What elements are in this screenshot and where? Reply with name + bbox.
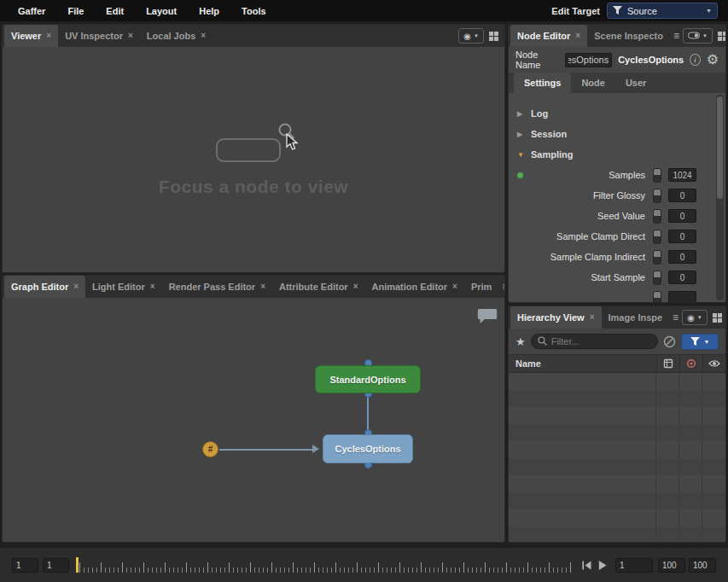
tab-prim-truncated[interactable]: Prim xyxy=(464,276,498,298)
current-frame-marker[interactable] xyxy=(76,557,79,573)
tab-uv-inspector[interactable]: UV Inspector × xyxy=(58,25,140,47)
graph-canvas[interactable]: StandardOptions CyclesOptions # xyxy=(3,298,504,543)
play-icon[interactable] xyxy=(595,560,610,571)
param-value-field[interactable]: 0 xyxy=(668,271,696,284)
table-row[interactable] xyxy=(509,441,725,458)
filter-input[interactable] xyxy=(551,336,651,346)
info-icon[interactable]: i xyxy=(690,54,700,66)
tab-settings[interactable]: Settings xyxy=(514,73,571,93)
param-enable-switch[interactable] xyxy=(653,209,661,224)
dot-connection[interactable] xyxy=(219,449,313,451)
close-icon[interactable]: × xyxy=(46,32,51,40)
param-enable-switch[interactable] xyxy=(653,271,661,285)
node-connection[interactable] xyxy=(367,393,369,434)
param-enable-switch[interactable] xyxy=(653,189,661,203)
close-icon[interactable]: × xyxy=(353,282,358,291)
param-value-field[interactable] xyxy=(668,291,696,303)
vertical-scrollbar[interactable] xyxy=(716,95,724,300)
layout-grid-icon[interactable] xyxy=(712,312,723,323)
table-row[interactable] xyxy=(509,527,725,543)
layout-grid-icon[interactable] xyxy=(488,31,499,42)
tab-light-editor[interactable]: Light Editor × xyxy=(85,276,162,298)
table-row[interactable] xyxy=(509,492,725,509)
dot-node[interactable]: # xyxy=(202,441,218,457)
tab-menu-icon[interactable]: ≡ xyxy=(670,25,683,47)
menu-help[interactable]: Help xyxy=(188,0,230,21)
close-icon[interactable]: × xyxy=(575,32,580,40)
close-icon[interactable]: × xyxy=(260,282,265,291)
frame-start-field[interactable] xyxy=(12,558,38,573)
close-icon[interactable]: × xyxy=(73,282,79,291)
tab-animation-editor[interactable]: Animation Editor × xyxy=(364,276,463,298)
panel-focus-menu-button[interactable]: ◉ ▼ xyxy=(458,28,484,44)
section-log[interactable]: ▶ Log xyxy=(509,103,725,124)
frame-number-field[interactable] xyxy=(615,558,653,573)
param-enable-switch[interactable] xyxy=(653,250,661,265)
close-icon[interactable]: × xyxy=(128,32,133,40)
clear-filter-icon[interactable] xyxy=(663,335,676,348)
menu-tools[interactable]: Tools xyxy=(230,0,277,21)
node-name-input[interactable] xyxy=(565,53,612,67)
column-visibility[interactable] xyxy=(702,355,725,372)
close-icon[interactable]: × xyxy=(150,282,155,291)
node-cyclesoptions[interactable]: CyclesOptions xyxy=(323,434,413,463)
skip-to-start-icon[interactable] xyxy=(579,560,595,571)
param-enable-switch[interactable] xyxy=(653,291,661,304)
param-value-field[interactable]: 1024 xyxy=(668,168,696,182)
table-row[interactable] xyxy=(509,458,725,475)
table-row[interactable] xyxy=(509,407,725,424)
tab-menu-icon[interactable]: ≡ xyxy=(669,306,682,329)
table-row[interactable] xyxy=(509,475,725,492)
layout-grid-icon[interactable] xyxy=(717,31,726,42)
tab-viewer[interactable]: Viewer × xyxy=(4,25,58,47)
playback-end-field[interactable] xyxy=(689,558,716,573)
param-enable-switch[interactable] xyxy=(653,230,661,244)
section-sampling[interactable]: ▼ Sampling xyxy=(509,144,725,165)
tab-attribute-editor[interactable]: Attribute Editor × xyxy=(272,276,365,298)
menu-layout[interactable]: Layout xyxy=(135,0,188,21)
section-session[interactable]: ▶ Session xyxy=(509,124,725,144)
param-value-field[interactable]: 0 xyxy=(668,209,696,223)
edit-target-dropdown[interactable]: Source ▼ xyxy=(607,3,718,19)
range-end-field[interactable] xyxy=(658,558,685,573)
tab-node[interactable]: Node xyxy=(571,73,615,93)
node-standardoptions[interactable]: StandardOptions xyxy=(315,365,421,393)
menu-edit[interactable]: Edit xyxy=(95,0,135,21)
table-row[interactable] xyxy=(509,509,725,527)
param-enable-switch[interactable] xyxy=(653,168,661,183)
param-value-field[interactable]: 0 xyxy=(668,230,696,243)
table-row[interactable] xyxy=(509,390,725,407)
frame-ruler[interactable] xyxy=(79,557,574,573)
tab-node-editor[interactable]: Node Editor × xyxy=(510,25,587,47)
menu-file[interactable]: File xyxy=(56,0,95,21)
menu-gaffer[interactable]: Gaffer xyxy=(7,0,56,21)
panel-focus-menu-button[interactable]: ◉ ▼ xyxy=(682,310,708,325)
tab-image-inspector[interactable]: Image Inspe xyxy=(602,306,670,329)
annotation-bubble-icon[interactable] xyxy=(477,308,498,328)
param-value-field[interactable]: 0 xyxy=(668,189,696,202)
editor-focus-menu-button[interactable]: ▼ xyxy=(683,28,713,44)
param-value-field[interactable]: 0 xyxy=(668,250,696,264)
filter-search-box[interactable] xyxy=(531,334,658,349)
tab-user[interactable]: User xyxy=(615,73,656,93)
table-row[interactable] xyxy=(509,373,725,390)
close-icon[interactable]: × xyxy=(590,313,595,322)
filter-options-button[interactable]: ▼ xyxy=(681,334,719,350)
tab-graph-editor[interactable]: Graph Editor × xyxy=(4,276,85,298)
tab-render-pass-editor[interactable]: Render Pass Editor × xyxy=(162,276,272,298)
close-icon[interactable]: × xyxy=(201,32,206,40)
gear-icon[interactable]: ⚙ xyxy=(707,53,719,67)
tab-local-jobs[interactable]: Local Jobs × xyxy=(140,25,213,47)
bookmark-star-icon[interactable]: ★ xyxy=(515,336,526,347)
close-icon[interactable]: × xyxy=(452,282,457,291)
tab-menu-icon[interactable]: ≡ xyxy=(498,276,505,298)
tab-scene-inspector[interactable]: Scene Inspecto xyxy=(587,25,670,47)
viewer-content[interactable]: Focus a node to view xyxy=(3,47,504,273)
tab-hierarchy-view[interactable]: Hierarchy View × xyxy=(510,306,602,329)
column-name[interactable]: Name xyxy=(509,355,656,372)
current-frame-field[interactable] xyxy=(43,558,69,573)
column-geometry[interactable] xyxy=(656,355,679,372)
scrollbar-thumb[interactable] xyxy=(717,96,723,199)
table-row[interactable] xyxy=(509,424,725,441)
column-light[interactable] xyxy=(679,355,702,372)
